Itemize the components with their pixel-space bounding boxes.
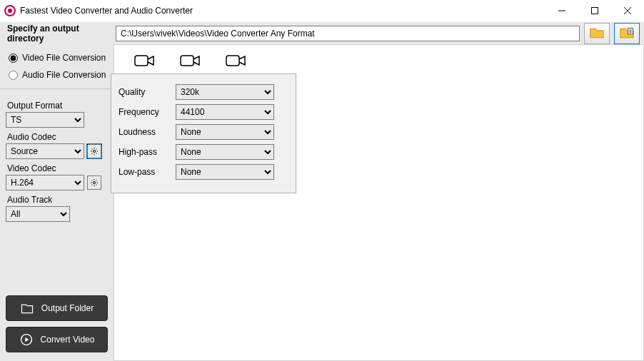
frequency-label: Frequency: [119, 107, 176, 117]
audio-track-label: Audio Track: [7, 195, 108, 205]
svg-rect-13: [226, 56, 239, 66]
video-thumb-1[interactable]: [134, 54, 154, 70]
convert-video-button[interactable]: Convert Video: [6, 327, 108, 352]
frequency-select[interactable]: 44100: [176, 104, 274, 120]
output-format-select[interactable]: TS: [6, 112, 84, 128]
radio-video-label: Video File Conversion: [22, 53, 106, 63]
browse-folder-button[interactable]: [584, 23, 610, 44]
video-codec-label: Video Codec: [7, 163, 108, 173]
highpass-select[interactable]: None: [176, 144, 274, 160]
radio-audio-conversion[interactable]: Audio File Conversion: [9, 70, 108, 80]
output-format-label: Output Format: [7, 101, 108, 111]
close-button[interactable]: [611, 0, 644, 21]
titlebar: Fastest Video Converter and Audio Conver…: [0, 0, 644, 21]
radio-video-input[interactable]: [9, 54, 18, 63]
maximize-button[interactable]: [578, 0, 611, 21]
divider: [0, 88, 114, 89]
audio-track-select[interactable]: All: [6, 206, 70, 222]
radio-video-conversion[interactable]: Video File Conversion: [9, 53, 108, 63]
video-codec-select[interactable]: H.264: [6, 175, 84, 190]
convert-video-label: Convert Video: [41, 335, 95, 345]
output-directory-input[interactable]: [116, 26, 580, 41]
audio-settings-popup: Quality 320k Frequency 44100 Loudness No…: [111, 73, 296, 193]
app-icon: [4, 5, 16, 16]
svg-rect-11: [135, 56, 148, 66]
window-title: Fastest Video Converter and Audio Conver…: [20, 6, 545, 16]
audio-codec-label: Audio Codec: [7, 132, 108, 142]
quality-select[interactable]: 320k: [176, 84, 274, 100]
output-directory-row: Specify an output directory: [0, 21, 644, 44]
video-thumb-2[interactable]: [180, 54, 200, 70]
svg-point-9: [94, 182, 96, 184]
minimize-button[interactable]: [545, 0, 578, 21]
radio-audio-input[interactable]: [9, 71, 18, 80]
sidebar: Video File Conversion Audio File Convers…: [0, 44, 114, 361]
svg-point-8: [94, 151, 96, 153]
video-thumbnails: [120, 51, 638, 73]
lowpass-select[interactable]: None: [176, 164, 274, 180]
highpass-label: High-pass: [119, 147, 176, 157]
svg-rect-12: [181, 56, 193, 66]
main-area: Quality 320k Frequency 44100 Loudness No…: [114, 44, 644, 361]
output-folder-button[interactable]: Output Folder: [6, 295, 108, 321]
output-folder-label: Output Folder: [41, 303, 94, 313]
video-thumb-3[interactable]: [226, 54, 246, 70]
loudness-select[interactable]: None: [176, 124, 274, 140]
video-codec-settings-button[interactable]: [87, 176, 101, 190]
open-list-button[interactable]: [614, 23, 640, 44]
audio-codec-select[interactable]: Source: [6, 143, 84, 159]
lowpass-label: Low-pass: [119, 167, 176, 177]
quality-label: Quality: [119, 87, 176, 97]
loudness-label: Loudness: [119, 127, 176, 137]
output-directory-label: Specify an output directory: [4, 24, 111, 44]
svg-rect-1: [592, 8, 598, 14]
audio-codec-settings-button[interactable]: [87, 144, 101, 158]
radio-audio-label: Audio File Conversion: [22, 70, 106, 80]
